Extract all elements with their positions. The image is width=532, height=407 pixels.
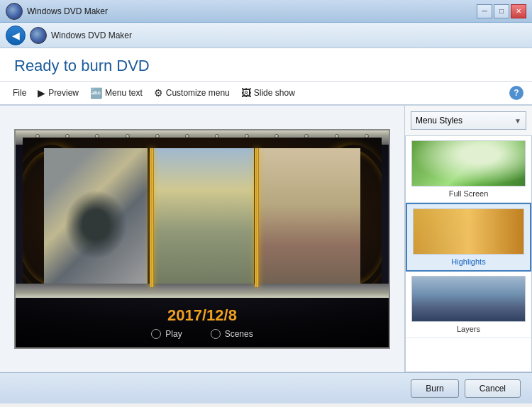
window-controls: ─ □ ✕: [477, 4, 526, 18]
preview-area: 2017/12/8 Play Scenes: [0, 106, 404, 372]
burn-button[interactable]: Burn: [411, 379, 458, 398]
customize-menu-label: Customize menu: [166, 88, 230, 98]
window-title: Windows DVD Maker: [27, 6, 108, 16]
maximize-button[interactable]: □: [494, 4, 509, 18]
highlights-thumbnail: [413, 208, 524, 255]
seal-image: [44, 148, 148, 287]
chevron-down-icon: ▼: [514, 117, 521, 125]
full-screen-label: Full Screen: [411, 189, 526, 198]
toolbar: File ▶ Preview 🔤 Menu text ⚙ Customize m…: [0, 82, 532, 106]
close-button[interactable]: ✕: [511, 4, 526, 18]
panel-3: [257, 148, 360, 287]
page-title: Ready to burn DVD: [14, 57, 518, 75]
panel-1: [44, 148, 148, 287]
play-circle-icon: [151, 329, 161, 339]
bird2-image: [257, 148, 360, 287]
bottom-bar: Burn Cancel: [0, 372, 532, 403]
preview-frame: 2017/12/8 Play Scenes: [14, 129, 390, 349]
styles-dropdown-label: Menu Styles: [416, 116, 462, 126]
style-item-full-screen[interactable]: Full Screen: [406, 136, 531, 203]
menu-text-button[interactable]: 🔤 Menu text: [86, 85, 147, 101]
nav-bar: ◀ Windows DVD Maker: [0, 23, 532, 48]
panels-row: [44, 148, 360, 287]
title-bar: Windows DVD Maker ─ □ ✕: [0, 0, 532, 23]
nav-title: Windows DVD Maker: [51, 30, 132, 40]
slide-show-button[interactable]: 🖼 Slide show: [237, 85, 299, 101]
layers-thumb-image: [412, 277, 525, 321]
minimize-button[interactable]: ─: [477, 4, 492, 18]
full-screen-thumbnail: [411, 140, 526, 186]
help-icon: ?: [514, 88, 519, 98]
highlights-thumb-image: [414, 209, 523, 254]
file-label: File: [13, 88, 26, 98]
preview-icon: ▶: [38, 87, 45, 99]
header: Ready to burn DVD: [0, 48, 532, 82]
back-arrow-icon: ◀: [12, 30, 20, 41]
app-icon: [6, 3, 23, 20]
divider-1: [150, 148, 154, 287]
play-button[interactable]: Play: [151, 329, 182, 339]
menu-text-icon: 🔤: [90, 87, 102, 99]
play-label: Play: [165, 329, 182, 339]
file-menu[interactable]: File: [9, 86, 31, 100]
scenes-label: Scenes: [225, 329, 253, 339]
slide-show-label: Slide show: [254, 88, 295, 98]
fullscreen-thumb-image: [412, 141, 525, 186]
layers-thumbnail: [411, 276, 526, 322]
layers-label: Layers: [411, 325, 526, 333]
customize-menu-button[interactable]: ⚙ Customize menu: [150, 85, 234, 101]
scenes-circle-icon: [211, 329, 221, 339]
highlights-label: Highlights: [413, 257, 524, 266]
dvd-nav-icon: [30, 27, 47, 44]
cancel-button[interactable]: Cancel: [465, 379, 521, 398]
help-button[interactable]: ?: [509, 86, 523, 100]
back-button[interactable]: ◀: [6, 26, 26, 45]
preview-date: 2017/12/8: [167, 306, 237, 325]
preview-nav-buttons: Play Scenes: [151, 329, 253, 339]
customize-icon: ⚙: [154, 87, 163, 99]
preview-bottom: 2017/12/8 Play Scenes: [16, 298, 389, 347]
drum-container: [23, 138, 382, 298]
scenes-button[interactable]: Scenes: [211, 329, 253, 339]
menu-text-label: Menu text: [105, 88, 143, 98]
preview-button[interactable]: ▶ Preview: [33, 85, 83, 101]
panel-2: [150, 148, 254, 287]
main-content: 2017/12/8 Play Scenes Menu: [0, 106, 532, 372]
style-item-highlights[interactable]: Highlights: [406, 203, 531, 272]
styles-panel: Menu Styles ▼ Full Screen Highlights: [404, 106, 532, 372]
metal-edge-bottom: [16, 284, 389, 298]
divider-2: [255, 148, 259, 287]
style-item-layers[interactable]: Layers: [406, 272, 531, 338]
dvd-preview: 2017/12/8 Play Scenes: [16, 130, 389, 347]
styles-dropdown[interactable]: Menu Styles ▼: [411, 111, 526, 130]
preview-label: Preview: [48, 88, 79, 98]
slideshow-icon: 🖼: [241, 87, 251, 99]
birds-image: [150, 148, 254, 287]
styles-list: Full Screen Highlights Layers: [405, 135, 532, 372]
